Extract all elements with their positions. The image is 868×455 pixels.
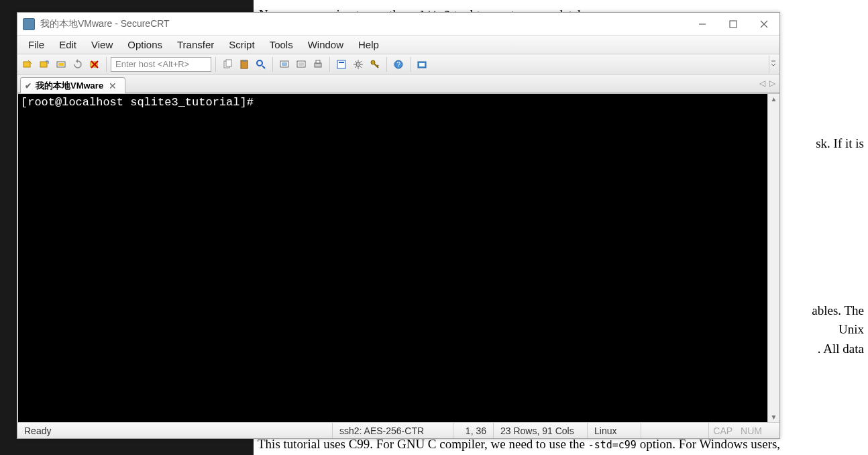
toolbar: Enter host <Alt+R> ?: [17, 54, 779, 74]
status-num: NUM: [737, 423, 766, 438]
tab-label: 我的本地VMware: [36, 80, 103, 92]
terminal[interactable]: [root@localhost sqlite3_tutorial]#: [18, 94, 767, 422]
tab-close-icon[interactable]: ✕: [107, 81, 118, 91]
help-icon[interactable]: ?: [391, 57, 406, 72]
svg-rect-24: [339, 62, 344, 63]
tab-prev-icon[interactable]: ◁: [758, 77, 767, 89]
menubar: File Edit View Options Transfer Script T…: [17, 36, 779, 54]
bg-text: ables. The: [812, 301, 864, 321]
svg-rect-7: [58, 63, 64, 66]
svg-rect-12: [226, 60, 231, 66]
menu-help[interactable]: Help: [351, 37, 386, 52]
menu-transfer[interactable]: Transfer: [170, 37, 221, 52]
connected-check-icon: ✔: [25, 81, 32, 91]
svg-rect-1: [730, 21, 737, 28]
titlebar[interactable]: 我的本地VMware - SecureCRT: [17, 13, 779, 36]
toolbar-separator: [329, 57, 330, 72]
scroll-down-icon[interactable]: ▼: [771, 413, 777, 421]
status-cap: CAP: [709, 423, 737, 438]
toolbar-overflow-icon[interactable]: [769, 56, 777, 73]
minimize-button[interactable]: [687, 14, 718, 34]
status-dimensions: 23 Rows, 91 Cols: [494, 423, 588, 438]
host-placeholder: Enter host <Alt+R>: [115, 59, 189, 69]
svg-point-29: [356, 62, 360, 66]
svg-point-15: [257, 60, 262, 66]
menu-file[interactable]: File: [21, 37, 51, 52]
menu-edit[interactable]: Edit: [52, 37, 83, 52]
window: 我的本地VMware - SecureCRT File Edit View Op…: [17, 12, 780, 439]
quick-connect-icon[interactable]: [37, 57, 52, 72]
vertical-scrollbar[interactable]: ▲ ▼: [767, 94, 779, 422]
window-title: 我的本地VMware - SecureCRT: [40, 18, 687, 30]
status-cipher: ssh2: AES-256-CTR: [333, 423, 453, 438]
tab-next-icon[interactable]: ▷: [768, 77, 777, 89]
svg-rect-5: [40, 62, 47, 67]
svg-rect-4: [23, 62, 30, 67]
bg-code: -std=c99: [588, 439, 637, 451]
svg-rect-18: [282, 62, 287, 66]
svg-rect-22: [316, 60, 320, 63]
session-tab[interactable]: ✔ 我的本地VMware ✕: [20, 77, 125, 93]
svg-line-16: [262, 66, 265, 68]
connect-bar-icon[interactable]: [54, 57, 68, 72]
svg-rect-36: [419, 63, 425, 66]
svg-text:?: ?: [396, 61, 400, 68]
terminal-area: [root@localhost sqlite3_tutorial]# ▲ ▼: [17, 93, 779, 422]
svg-rect-20: [299, 62, 304, 66]
global-options-icon[interactable]: [351, 57, 366, 72]
terminal-prompt: [root@localhost sqlite3_tutorial]#: [21, 96, 254, 109]
tabstrip: ✔ 我的本地VMware ✕ ◁ ▷: [17, 74, 779, 93]
menu-options[interactable]: Options: [121, 37, 169, 52]
reconnect-icon[interactable]: [70, 57, 85, 72]
toolbar-separator: [386, 57, 387, 72]
resize-grip-icon[interactable]: [766, 423, 779, 438]
svg-line-32: [377, 65, 378, 66]
key-icon[interactable]: [368, 57, 382, 72]
copy-icon[interactable]: [220, 57, 235, 72]
print-icon[interactable]: [311, 57, 325, 72]
host-input[interactable]: Enter host <Alt+R>: [111, 57, 211, 72]
toolbar-separator: [106, 57, 107, 72]
connect-icon[interactable]: [20, 57, 35, 72]
svg-rect-21: [315, 63, 321, 67]
status-spacer: [641, 423, 709, 438]
toolbar-separator: [272, 57, 273, 72]
status-ready: Ready: [17, 423, 333, 438]
paste-icon[interactable]: [237, 57, 252, 72]
tab-nav: ◁ ▷: [758, 77, 777, 89]
svg-rect-14: [242, 60, 246, 62]
toolbar-separator: [215, 57, 216, 72]
bg-text: Unix: [812, 320, 864, 340]
status-cursor-pos: 1, 36: [453, 423, 494, 438]
bg-text: . All data: [812, 340, 864, 359]
svg-rect-23: [337, 60, 345, 68]
print-selection-icon[interactable]: [294, 57, 309, 72]
maximize-button[interactable]: [718, 14, 749, 34]
bg-text: sk. If it is: [812, 134, 864, 154]
status-os: Linux: [588, 423, 641, 438]
menu-tools[interactable]: Tools: [263, 37, 300, 52]
statusbar: Ready ssh2: AES-256-CTR 1, 36 23 Rows, 9…: [17, 422, 779, 438]
menu-view[interactable]: View: [85, 37, 119, 52]
find-icon[interactable]: [254, 57, 268, 72]
securefx-icon[interactable]: [415, 57, 429, 72]
menu-script[interactable]: Script: [222, 37, 261, 52]
session-options-icon[interactable]: [334, 57, 349, 72]
printscreen-icon[interactable]: [277, 57, 292, 72]
close-button[interactable]: [749, 14, 779, 34]
menu-window[interactable]: Window: [301, 37, 350, 52]
scroll-up-icon[interactable]: ▲: [771, 95, 777, 103]
disconnect-icon[interactable]: [87, 57, 102, 72]
toolbar-separator: [410, 57, 411, 72]
app-icon: [23, 18, 35, 30]
